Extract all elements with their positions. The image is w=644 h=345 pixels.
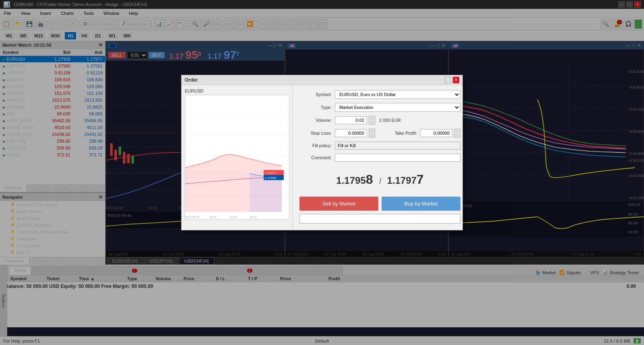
type-label: Type: bbox=[299, 105, 332, 110]
volume-input[interactable] bbox=[335, 116, 367, 124]
order-ask-price: 1.17977 bbox=[387, 174, 423, 186]
volume-unit: 2 000 EUR bbox=[379, 118, 401, 123]
order-chart-panel: EURUSD bbox=[182, 85, 293, 230]
sl-input-group: ▲ ▼ bbox=[335, 129, 375, 138]
type-select[interactable]: Market Execution bbox=[335, 103, 460, 112]
symbol-label: Symbol: bbox=[299, 92, 332, 97]
order-window-controls: — ✕ bbox=[445, 77, 459, 83]
sell-by-market-btn[interactable]: Sell by Market bbox=[299, 197, 378, 211]
fill-policy-input bbox=[335, 142, 460, 150]
type-row: Type: Market Execution bbox=[299, 103, 460, 112]
order-comment-bar[interactable] bbox=[299, 214, 460, 224]
order-chart-area: 1.17977 1.17958 2021.08.30 10:19 10:20 1… bbox=[185, 95, 289, 220]
order-overlay: Order — ✕ EURUSD bbox=[0, 0, 644, 345]
order-chart-svg: 1.17977 1.17958 2021.08.30 10:19 10:20 1… bbox=[185, 95, 289, 220]
order-form: Symbol: EURUSD, Euro vs US Dollar Type: … bbox=[293, 85, 467, 230]
order-price-display: 1.17958 / 1.17977 bbox=[299, 166, 460, 193]
tp-label: Take Profit: bbox=[385, 131, 417, 136]
tp-spin[interactable]: ▲ ▼ bbox=[454, 129, 460, 138]
comment-row: Comment: bbox=[299, 154, 460, 162]
spin-up-icon: ▲ bbox=[370, 116, 374, 120]
svg-text:2021.08.30: 2021.08.30 bbox=[185, 216, 199, 218]
order-body: EURUSD bbox=[182, 85, 462, 230]
symbol-row: Symbol: EURUSD, Euro vs US Dollar bbox=[299, 90, 460, 99]
sl-tp-row: Stop Loss: ▲ ▼ Take Profit: ▲ ▼ bbox=[299, 129, 460, 138]
comment-label: Comment: bbox=[299, 155, 332, 160]
svg-text:10:19: 10:19 bbox=[209, 216, 217, 218]
order-dialog: Order — ✕ EURUSD bbox=[181, 75, 463, 230]
volume-spin[interactable]: ▲ ▼ bbox=[369, 116, 375, 125]
sl-spin[interactable]: ▲ ▼ bbox=[369, 129, 375, 138]
order-chart-label: EURUSD bbox=[185, 88, 289, 93]
tp-spin-up: ▲ bbox=[455, 129, 459, 133]
spin-down-icon: ▼ bbox=[370, 120, 374, 125]
volume-label: Volume: bbox=[299, 118, 332, 123]
order-close-btn[interactable]: ✕ bbox=[453, 77, 459, 83]
order-min-btn[interactable]: — bbox=[445, 77, 451, 83]
tp-input[interactable] bbox=[420, 129, 452, 137]
fill-policy-row: Fill policy: bbox=[299, 142, 460, 150]
comment-input[interactable] bbox=[335, 154, 460, 162]
sl-spin-down: ▼ bbox=[370, 133, 374, 138]
tp-spin-down: ▼ bbox=[455, 133, 459, 138]
symbol-select[interactable]: EURUSD, Euro vs US Dollar bbox=[335, 90, 460, 99]
order-title: Order bbox=[185, 77, 198, 83]
svg-text:10:20: 10:20 bbox=[229, 216, 237, 218]
price-separator: / bbox=[379, 177, 384, 185]
order-btn-row: Sell by Market Buy by Market bbox=[299, 197, 460, 211]
buy-by-market-btn[interactable]: Buy by Market bbox=[382, 197, 460, 211]
sl-spin-up: ▲ bbox=[370, 129, 374, 133]
svg-text:10:21: 10:21 bbox=[250, 216, 257, 218]
volume-input-group: ▲ ▼ 2 000 EUR bbox=[335, 116, 401, 125]
order-bid-price: 1.17958 bbox=[336, 174, 376, 186]
volume-row: Volume: ▲ ▼ 2 000 EUR bbox=[299, 116, 460, 125]
sl-input[interactable] bbox=[335, 129, 367, 137]
tp-input-group: ▲ ▼ bbox=[420, 129, 460, 138]
order-title-bar: Order — ✕ bbox=[182, 75, 462, 85]
svg-text:1.17958: 1.17958 bbox=[264, 176, 276, 180]
svg-text:1.17977: 1.17977 bbox=[264, 171, 276, 175]
fill-policy-label: Fill policy: bbox=[299, 143, 332, 148]
sl-label: Stop Loss: bbox=[299, 131, 332, 136]
